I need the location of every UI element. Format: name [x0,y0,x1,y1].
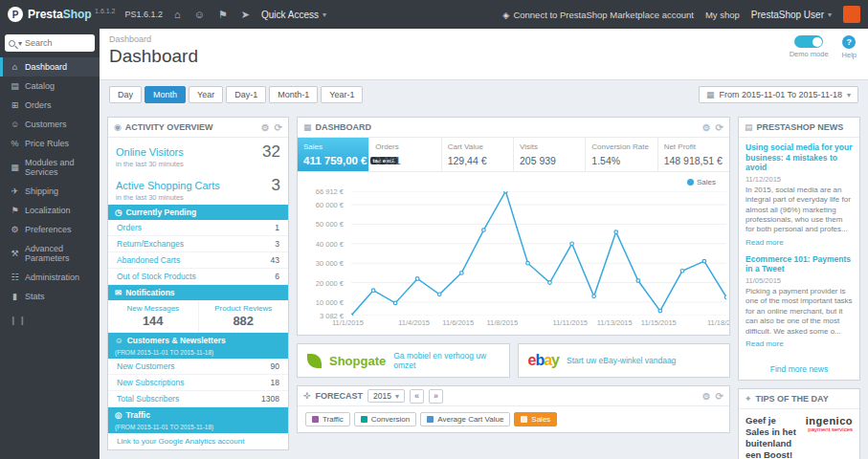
kpi-label: Orders [375,142,434,151]
avatar[interactable] [843,6,860,23]
kpi-orders[interactable]: Orders3 181 [369,138,441,171]
activity-row-new-customers[interactable]: New Customers90 [108,359,288,375]
ebay-link[interactable]: Start uw eBay-winkel vandaag [567,356,676,365]
chip-label: Conversion [371,415,410,424]
notifications-header: ✉ Notifications [108,285,288,300]
activity-stat-online-visitors[interactable]: Online Visitors32in the last 30 minutes [108,138,288,171]
rocket-icon[interactable]: ➤ [239,9,252,21]
sidebar-item-price-rules[interactable]: %Price Rules [0,134,100,153]
next-year-button[interactable]: » [429,389,443,404]
dashboard-icon: ▦ [303,122,312,132]
filter-month-1-button[interactable]: Month-1 [269,86,318,103]
prev-year-button[interactable]: « [410,389,424,404]
find-more-news-link[interactable]: Find more news [739,361,859,380]
employees-icon[interactable]: ☺ [192,9,207,20]
y-axis-tick: 20 000 € [316,279,344,288]
my-shop-link[interactable]: My shop [705,10,740,20]
date-range-button[interactable]: ▦ From 2015-11-01 To 2015-11-18 ▾ [699,86,858,103]
search-input[interactable] [25,38,91,48]
refresh-icon[interactable]: ⟳ [716,391,723,402]
filter-year-1-button[interactable]: Year-1 [321,86,363,103]
demo-mode-toggle[interactable]: Demo mode [790,35,829,58]
news-article-date: 11/05/2015 [746,276,853,285]
y-axis-tick: 10 000 € [316,298,344,307]
quick-access-menu[interactable]: Quick Access▾ [261,10,326,20]
ebay-letter: y [551,352,559,368]
news-article-title[interactable]: Ecommerce 101: Payments in a Tweet [746,254,853,274]
kpi-sales[interactable]: Sales411 759,00 €tax excl. [298,138,369,171]
notification-new-messages[interactable]: New Messages144 [108,300,198,332]
kpi-net-profit[interactable]: Net Profit148 918,51 € [658,138,729,171]
filter-day-1-button[interactable]: Day-1 [226,86,266,103]
prestashop-logo[interactable]: P PrestaShop 1.6.1.2 [8,7,115,22]
notification-product-reviews[interactable]: Product Reviews882 [198,300,289,332]
kpi-visits[interactable]: Visits205 939 [514,138,586,171]
sidebar-item-dashboard[interactable]: ⌂Dashboard [0,57,100,76]
forecast-chip-sales[interactable]: Sales [514,412,557,426]
filter-year-button[interactable]: Year [189,86,223,103]
forecast-chip-traffic[interactable]: Traffic [305,412,350,426]
shop-icon[interactable]: ⌂ [172,9,183,20]
row-value: 43 [271,255,279,265]
filter-month-button[interactable]: Month [145,86,186,103]
sidebar-item-administration[interactable]: ☷Administration [0,268,100,287]
customers-icon: ☺ [10,120,20,129]
globe-icon: ◎ [115,410,122,420]
sidebar-item-label: Customers [25,120,67,129]
year-select[interactable]: 2015▾ [367,389,405,403]
forecast-chip-average-cart-value[interactable]: Average Cart Value [420,412,510,426]
sidebar-item-modules-and-services[interactable]: ▦Modules and Services [0,153,100,182]
main-content: Dashboard Dashboard Demo mode ? Help Day… [100,29,868,459]
refresh-icon[interactable]: ⟳ [716,122,723,133]
kpi-cart-value[interactable]: Cart Value129,44 € [442,138,514,171]
google-analytics-link[interactable]: Link to your Google Analytics account [108,433,288,449]
read-more-link[interactable]: Read more [746,339,784,348]
sidebar-search: ▾ [5,34,95,52]
activity-row-total-subscribers[interactable]: Total Subscribers1308 [108,391,288,407]
activity-row-abandoned-carts[interactable]: Abandoned Carts43 [108,252,288,269]
activity-row-orders[interactable]: Orders1 [108,220,288,236]
row-value: 18 [271,378,279,387]
kpi-row: Sales411 759,00 €tax excl.Orders3 181Car… [298,138,729,172]
gear-icon[interactable]: ⚙ [702,391,711,402]
shipping-icon: ✈ [10,186,20,196]
sidebar-item-preferences[interactable]: ⚙Preferences [0,220,100,239]
sidebar-item-catalog[interactable]: ▤Catalog [0,76,100,96]
activity-row-return-exchanges[interactable]: Return/Exchanges3 [108,236,288,252]
gear-icon[interactable]: ⚙ [261,122,270,133]
sidebar-item-stats[interactable]: ▮Stats [0,287,100,306]
activity-row-new-subscriptions[interactable]: New Subscriptions18 [108,375,288,391]
activity-stat-active-shopping-carts[interactable]: Active Shopping Carts3in the last 30 min… [108,171,288,205]
forecast-metric-chips: TrafficConversionAverage Cart ValueSales [298,406,729,432]
chip-label: Sales [531,415,550,424]
filter-day-button[interactable]: Day [109,86,142,103]
marketplace-link[interactable]: ◈Connect to PrestaShop Marketplace accou… [502,10,694,20]
sidebar-item-localization[interactable]: ⚑Localization [0,201,100,220]
activity-row-out-of-stock-products[interactable]: Out of Stock Products6 [108,269,288,285]
refresh-icon[interactable]: ⟳ [275,122,282,133]
sidebar-item-label: Dashboard [25,62,67,72]
shopgate-link[interactable]: Ga mobiel en verhoog uw omzet [393,351,499,370]
flag-icon[interactable]: ⚑ [216,9,230,21]
kpi-conversion-rate[interactable]: Conversion Rate1.54% [586,138,657,171]
pending-rows: Orders1Return/Exchanges3Abandoned Carts4… [108,220,288,285]
help-button[interactable]: ? Help [842,35,857,59]
panel-title: FORECAST [316,391,364,401]
sidebar: ▾ ⌂Dashboard▤Catalog⊞Orders☺Customers%Pr… [0,29,100,459]
chevron-down-icon[interactable]: ▾ [18,39,22,48]
sidebar-collapse-button[interactable]: ❙❙ [0,306,100,325]
forecast-chip-conversion[interactable]: Conversion [354,412,416,426]
toggle-switch-icon[interactable] [794,35,823,48]
gear-icon[interactable]: ⚙ [702,122,711,133]
sidebar-item-customers[interactable]: ☺Customers [0,115,100,134]
user-menu[interactable]: PrestaShop User▾ [751,10,832,20]
legend-dot-icon [687,179,694,186]
read-more-link[interactable]: Read more [746,238,784,247]
sidebar-item-label: Localization [25,206,71,215]
news-article-title[interactable]: Using social media for your business: 4 … [746,142,853,173]
sales-chart: Sales 66 912 €60 000 €50 000 €40 000 €30… [298,172,729,335]
activity-overview-panel: ◉ ACTIVITY OVERVIEW ⚙⟳ Online Visitors32… [107,117,289,450]
sidebar-item-orders[interactable]: ⊞Orders [0,96,100,115]
sidebar-item-advanced-parameters[interactable]: ⚒Advanced Parameters [0,239,100,268]
sidebar-item-shipping[interactable]: ✈Shipping [0,182,100,201]
